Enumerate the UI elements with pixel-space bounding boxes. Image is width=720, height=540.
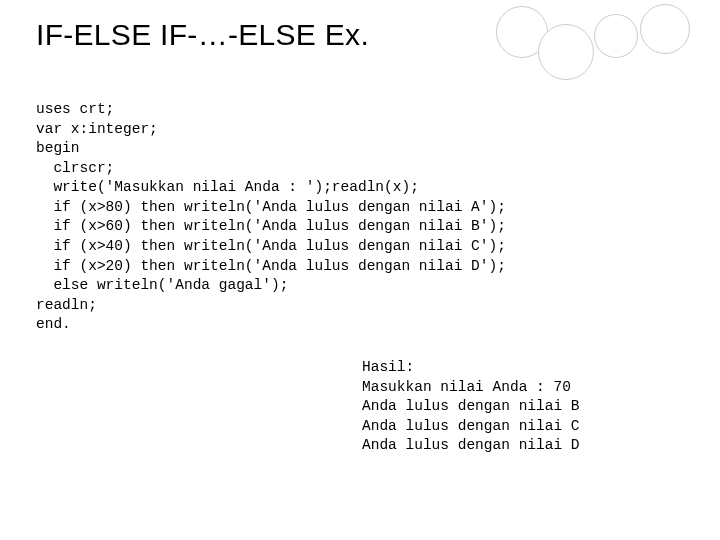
result-line: Anda lulus dengan nilai D	[362, 437, 580, 453]
decorative-circles	[496, 8, 690, 80]
result-block: Hasil: Masukkan nilai Anda : 70 Anda lul…	[362, 358, 580, 456]
circle-icon	[594, 14, 638, 58]
code-line: uses crt;	[36, 101, 114, 117]
result-line: Anda lulus dengan nilai C	[362, 418, 580, 434]
code-line: if (x>60) then writeln('Anda lulus denga…	[36, 218, 506, 234]
code-line: end.	[36, 316, 71, 332]
code-line: if (x>40) then writeln('Anda lulus denga…	[36, 238, 506, 254]
result-line: Anda lulus dengan nilai B	[362, 398, 580, 414]
circle-icon	[640, 4, 690, 54]
code-line: if (x>80) then writeln('Anda lulus denga…	[36, 199, 506, 215]
code-line: if (x>20) then writeln('Anda lulus denga…	[36, 258, 506, 274]
circle-icon	[538, 24, 594, 80]
code-line: begin	[36, 140, 80, 156]
result-label: Hasil:	[362, 359, 414, 375]
result-line: Masukkan nilai Anda : 70	[362, 379, 571, 395]
code-line: readln;	[36, 297, 97, 313]
code-line: clrscr;	[36, 160, 114, 176]
code-line: else writeln('Anda gagal');	[36, 277, 288, 293]
code-line: write('Masukkan nilai Anda : ');readln(x…	[36, 179, 419, 195]
code-line: var x:integer;	[36, 121, 158, 137]
slide-title: IF-ELSE IF-…-ELSE Ex.	[36, 18, 369, 52]
code-block: uses crt; var x:integer; begin clrscr; w…	[36, 100, 506, 335]
